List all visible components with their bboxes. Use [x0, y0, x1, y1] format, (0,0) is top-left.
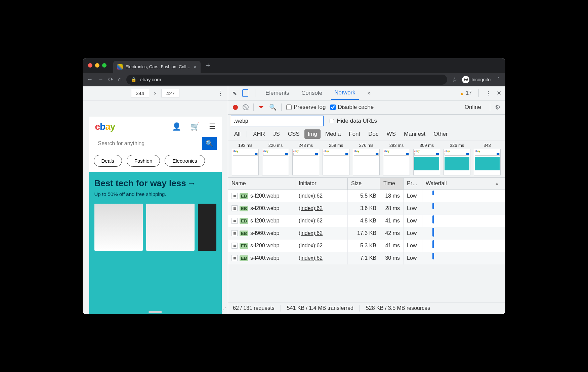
- record-button[interactable]: [233, 105, 238, 110]
- category-pill[interactable]: Deals: [94, 155, 122, 167]
- category-pill[interactable]: Fashion: [127, 155, 160, 167]
- initiator-link[interactable]: (index):62: [299, 255, 323, 261]
- search-icon[interactable]: 🔍: [269, 104, 277, 111]
- initiator-link[interactable]: (index):62: [299, 218, 323, 224]
- search-input[interactable]: [94, 137, 202, 150]
- browser-tab[interactable]: Electronics, Cars, Fashion, Collectibles…: [113, 61, 201, 73]
- warning-count: 17: [466, 90, 472, 96]
- col-time[interactable]: Time: [380, 178, 404, 190]
- minimize-window-button[interactable]: [95, 63, 99, 68]
- disable-cache-checkbox[interactable]: Disable cache: [330, 104, 374, 111]
- back-icon[interactable]: ←: [87, 76, 93, 83]
- table-row[interactable]: ▦EBs-l200.webp(index):624.8 KB41 msLow: [228, 215, 505, 227]
- table-row[interactable]: ▦EBs-l200.webp(index):623.6 KB28 msLow: [228, 202, 505, 215]
- hero-product-image[interactable]: [146, 204, 195, 251]
- table-header: Name Initiator Size Time Pr… Waterfall ▲: [228, 178, 505, 190]
- filmstrip-frame[interactable]: 226 msebay: [261, 143, 290, 175]
- initiator-link[interactable]: (index):62: [299, 230, 323, 236]
- incognito-indicator: 🕶 Incognito: [462, 76, 491, 83]
- type-filter-other[interactable]: Other: [430, 129, 451, 139]
- menu-icon[interactable]: ⋮: [495, 76, 501, 83]
- device-toggle-icon[interactable]: [242, 89, 248, 97]
- table-row[interactable]: ▦EBs-l200.webp(index):625.5 KB18 msLow: [228, 190, 505, 202]
- account-icon[interactable]: 👤: [172, 122, 181, 131]
- col-priority[interactable]: Pr…: [404, 178, 422, 190]
- filmstrip-frame[interactable]: 276 msebay: [352, 143, 381, 175]
- ebay-logo[interactable]: ebay: [95, 121, 115, 132]
- type-filter-js[interactable]: JS: [270, 129, 283, 139]
- filmstrip-frame[interactable]: 293 msebay: [382, 143, 411, 175]
- tab-elements[interactable]: Elements: [262, 86, 293, 100]
- file-name: s-l200.webp: [250, 218, 279, 224]
- home-icon[interactable]: ⌂: [118, 76, 122, 83]
- type-filter-all[interactable]: All: [231, 129, 244, 139]
- file-thumb-icon: ▦: [232, 205, 238, 211]
- col-size[interactable]: Size: [348, 178, 380, 190]
- type-filter-img[interactable]: Img: [304, 129, 321, 139]
- file-name: s-l200.webp: [250, 243, 279, 249]
- initiator-link[interactable]: (index):62: [299, 243, 323, 249]
- filmstrip-frame[interactable]: 243 msebay: [291, 143, 320, 175]
- col-waterfall[interactable]: Waterfall ▲: [422, 178, 505, 190]
- tab-favicon: [117, 64, 123, 70]
- type-filter-css[interactable]: CSS: [285, 129, 303, 139]
- preserve-log-checkbox[interactable]: Preserve log: [286, 104, 326, 111]
- hamburger-icon[interactable]: ☰: [209, 122, 216, 131]
- filter-icon[interactable]: ⏷: [258, 104, 264, 111]
- table-row[interactable]: ▦EBs-l400.webp(index):627.1 KB30 msLow: [228, 252, 505, 264]
- search-button[interactable]: 🔍: [202, 137, 217, 150]
- status-bar: 62 / 131 requests 541 KB / 1.4 MB transf…: [228, 302, 505, 314]
- hero-product-image[interactable]: [198, 204, 216, 251]
- close-tab-icon[interactable]: ×: [194, 64, 197, 70]
- reload-icon[interactable]: ⟳: [108, 76, 113, 83]
- new-tab-button[interactable]: +: [201, 61, 216, 70]
- initiator-link[interactable]: (index):62: [299, 193, 323, 199]
- cart-icon[interactable]: 🛒: [191, 122, 200, 131]
- initiator-link[interactable]: (index):62: [299, 205, 323, 211]
- close-window-button[interactable]: [88, 63, 92, 68]
- maximize-window-button[interactable]: [102, 63, 107, 68]
- more-tabs[interactable]: »: [364, 86, 374, 100]
- category-pill[interactable]: Electronics: [165, 155, 205, 167]
- tab-console[interactable]: Console: [298, 86, 326, 100]
- type-filter-ws[interactable]: WS: [383, 129, 399, 139]
- col-initiator[interactable]: Initiator: [295, 178, 348, 190]
- address-bar[interactable]: 🔒 ebay.com: [126, 75, 447, 85]
- forward-icon[interactable]: →: [97, 76, 103, 83]
- file-name: s-l200.webp: [250, 193, 279, 199]
- filmstrip-frame[interactable]: 326 msebay: [443, 143, 471, 175]
- type-filter-manifest[interactable]: Manifest: [401, 129, 429, 139]
- warnings-badge[interactable]: ▲ 17: [459, 90, 472, 96]
- hide-data-urls-checkbox[interactable]: Hide data URLs: [330, 118, 377, 124]
- tab-title: Electronics, Cars, Fashion, Collectibles…: [125, 64, 191, 69]
- table-row[interactable]: ▦EBs-l200.webp(index):625.3 KB41 msLow: [228, 240, 505, 252]
- corner-resize-icon[interactable]: ⋰: [221, 306, 226, 313]
- inspect-icon[interactable]: ⬉: [232, 90, 237, 97]
- table-row[interactable]: ▦EBs-l960.webp(index):6217.3 KB42 msLow: [228, 227, 505, 240]
- type-filter-xhr[interactable]: XHR: [250, 129, 268, 139]
- type-filter-doc[interactable]: Doc: [365, 129, 382, 139]
- status-resources: 528 KB / 3.5 MB resources: [366, 305, 430, 311]
- clear-button[interactable]: [243, 104, 249, 110]
- type-filter-media[interactable]: Media: [322, 129, 344, 139]
- devtools-menu-icon[interactable]: ⋮: [486, 90, 491, 97]
- star-icon[interactable]: ☆: [452, 76, 457, 83]
- type-filter-font[interactable]: Font: [345, 129, 364, 139]
- filter-input[interactable]: [231, 116, 324, 126]
- hero-product-image[interactable]: [94, 204, 143, 251]
- throttling-select[interactable]: Online: [465, 104, 481, 111]
- viewport-width-input[interactable]: [131, 89, 149, 97]
- viewport-height-input[interactable]: [161, 89, 179, 97]
- col-name[interactable]: Name: [228, 178, 295, 190]
- hero-arrow-icon[interactable]: →: [187, 178, 196, 189]
- filmstrip-frame[interactable]: 259 msebay: [322, 143, 350, 175]
- close-devtools-icon[interactable]: ✕: [497, 90, 501, 97]
- settings-icon[interactable]: ⚙: [495, 104, 501, 111]
- filmstrip-frame[interactable]: 309 msebay: [412, 143, 441, 175]
- filter-bar: Hide data URLs: [228, 115, 505, 128]
- resize-handle[interactable]: [149, 311, 162, 313]
- device-menu-icon[interactable]: ⋮: [217, 89, 224, 97]
- tab-network[interactable]: Network: [331, 86, 359, 100]
- filmstrip-frame[interactable]: 193 msebay: [231, 143, 260, 175]
- filmstrip-frame[interactable]: 343ebay: [473, 143, 502, 175]
